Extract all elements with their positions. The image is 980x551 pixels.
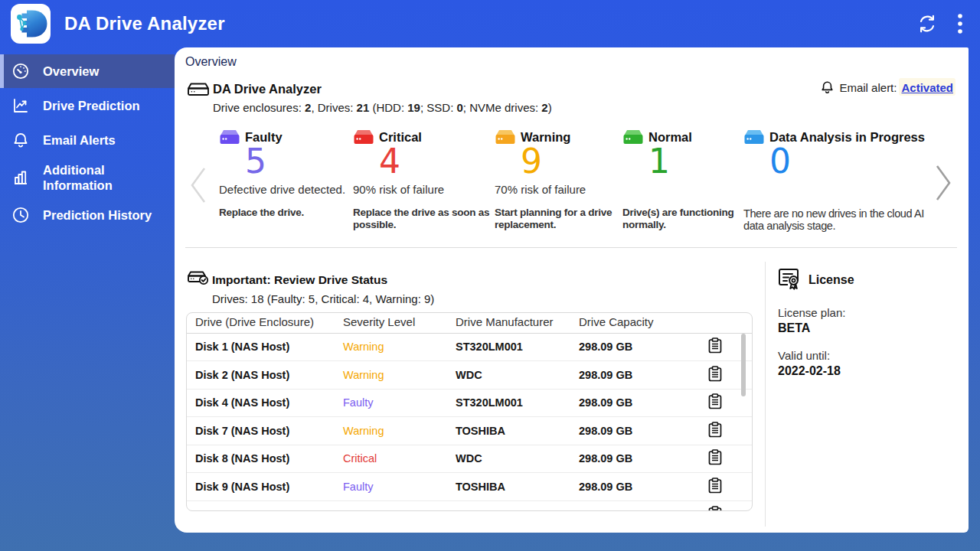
clipboard-icon [708, 337, 722, 354]
main-panel: Overview DA Drive Analyzer Drive enclosu… [175, 47, 969, 533]
license-plan-value: BETA [778, 321, 810, 335]
license-valid-value: 2022-02-18 [778, 364, 841, 378]
clipboard-icon [708, 449, 722, 465]
card-count: 9 [495, 146, 622, 177]
clipboard-icon [708, 366, 722, 382]
cell-capacity: 298.09 GB [570, 333, 693, 361]
copy-details-button[interactable] [708, 393, 722, 412]
drive-warning-icon [495, 129, 516, 145]
col-capacity: Drive Capacity [570, 313, 693, 333]
cell-drive: Disk 1 (NAS Host) [187, 333, 335, 361]
status-section-title: Important: Review Drive Status [212, 273, 387, 287]
table-row-partial [187, 500, 752, 511]
status-card-data-analysis: Data Analysis in Progress 0 There are no… [743, 129, 927, 232]
drive-icon [187, 80, 210, 102]
card-description: 70% risk of failure [495, 184, 622, 196]
card-label: Data Analysis in Progress [769, 130, 925, 145]
copy-details-button[interactable] [708, 422, 722, 440]
card-count: 5 [219, 146, 353, 177]
copy-details-button[interactable] [708, 337, 722, 356]
clock-icon [11, 206, 30, 224]
card-advice: Start planning for a drive replacement. [495, 207, 622, 230]
sidebar-item-label: Prediction History [43, 207, 152, 223]
card-count: 1 [622, 146, 743, 177]
chevron-right-icon [934, 164, 952, 202]
sidebar-item-overview[interactable]: Overview [0, 54, 175, 88]
email-alert-label: Email alert: [839, 81, 897, 94]
drive-critical-icon [353, 129, 374, 145]
copy-details-button[interactable] [708, 366, 722, 384]
table-row: Disk 4 (NAS Host) Faulty ST320LM001 298.… [187, 389, 752, 417]
bell-icon [820, 80, 835, 95]
sidebar-item-label: Additional Information [43, 162, 135, 193]
sidebar-item-label: Drive Prediction [43, 98, 140, 113]
copy-details-button[interactable] [708, 478, 722, 496]
table-row: Disk 1 (NAS Host) Warning ST320LM001 298… [187, 333, 752, 361]
email-alert-status-link[interactable]: Activated [899, 78, 956, 96]
table-row: Disk 8 (NAS Host) Critical WDC 298.09 GB [187, 445, 752, 473]
cell-severity: Faulty [335, 473, 447, 501]
cell-manufacturer: TOSHIBA [447, 473, 570, 501]
topbar: DA Drive Analyzer [0, 0, 980, 47]
license-icon [776, 266, 802, 295]
summary-heading: DA Drive Analyzer [213, 82, 322, 96]
cell-manufacturer: ST320LM001 [447, 333, 570, 361]
horizontal-divider [185, 247, 957, 248]
license-title: License [808, 273, 854, 287]
card-advice: Replace the drive as soon as possible. [353, 207, 495, 230]
status-cards-carousel: Faulty 5 Defective drive detected. Repla… [175, 124, 969, 246]
license-plan-label: License plan: [778, 306, 845, 319]
vertical-divider [765, 262, 766, 527]
cell-severity: Warning [335, 417, 447, 445]
cell-drive: Disk 2 (NAS Host) [187, 361, 335, 390]
carousel-prev-button[interactable] [189, 166, 207, 207]
copy-details-button[interactable] [708, 506, 722, 512]
refresh-button[interactable] [917, 14, 937, 34]
clipboard-icon [708, 478, 722, 494]
cell-manufacturer: WDC [447, 445, 570, 473]
app-title: DA Drive Analyzer [64, 0, 225, 47]
cell-capacity: 298.09 GB [570, 417, 693, 445]
sidebar-item-additional-information[interactable]: Additional Information [0, 158, 175, 197]
drive-faulty-icon [219, 129, 240, 145]
sidebar-item-drive-prediction[interactable]: Drive Prediction [0, 89, 175, 122]
card-description: 90% risk of failure [353, 184, 495, 196]
da-logo-icon [13, 6, 48, 41]
cell-capacity: 298.09 GB [570, 361, 693, 390]
sidebar-item-email-alerts[interactable]: Email Alerts [0, 123, 175, 157]
status-section-subtitle: Drives: 18 (Faulty: 5, Critical: 4, Warn… [212, 292, 434, 305]
card-description [622, 184, 743, 196]
cell-severity: Faulty [335, 389, 447, 417]
drive-status-table: Drive (Drive Enclosure) Severity Level D… [186, 312, 753, 511]
status-card-critical: Critical 4 90% risk of failure Replace t… [353, 129, 495, 232]
cell-severity: Critical [335, 445, 447, 473]
table-row: Disk 7 (NAS Host) Warning TOSHIBA 298.09… [187, 417, 752, 445]
col-drive: Drive (Drive Enclosure) [187, 313, 335, 333]
refresh-icon [917, 14, 937, 34]
license-valid-label: Valid until: [778, 349, 830, 362]
clipboard-icon [708, 393, 722, 409]
bar-chart-icon [11, 168, 30, 187]
status-card-normal: Normal 1 Drive(s) are functioning normal… [622, 129, 743, 232]
status-card-warning: Warning 9 70% risk of failure Start plan… [495, 129, 622, 232]
copy-details-button[interactable] [708, 449, 722, 468]
sidebar-item-label: Overview [43, 64, 99, 79]
drive-check-icon [187, 269, 210, 294]
table-row: Disk 9 (NAS Host) Faulty TOSHIBA 298.09 … [187, 473, 752, 501]
cell-drive: Disk 9 (NAS Host) [187, 473, 335, 501]
status-cards: Faulty 5 Defective drive detected. Repla… [219, 129, 927, 232]
table-scrollbar[interactable] [741, 334, 746, 396]
card-count: 4 [353, 146, 495, 177]
cell-severity: Warning [335, 333, 447, 361]
sidebar: Overview Drive Prediction Email Alerts [0, 47, 175, 551]
card-advice: Drive(s) are functioning normally. [622, 207, 743, 230]
card-advice: There are no new drives in the cloud AI … [743, 208, 927, 232]
cell-drive: Disk 8 (NAS Host) [187, 445, 335, 473]
kebab-menu-icon [957, 13, 963, 34]
carousel-next-button[interactable] [934, 164, 952, 204]
sidebar-item-prediction-history[interactable]: Prediction History [0, 198, 175, 232]
line-chart-icon [11, 96, 30, 115]
menu-button[interactable] [957, 13, 963, 34]
card-count: 0 [743, 146, 927, 177]
col-manufacturer: Drive Manufacturer [447, 313, 570, 333]
